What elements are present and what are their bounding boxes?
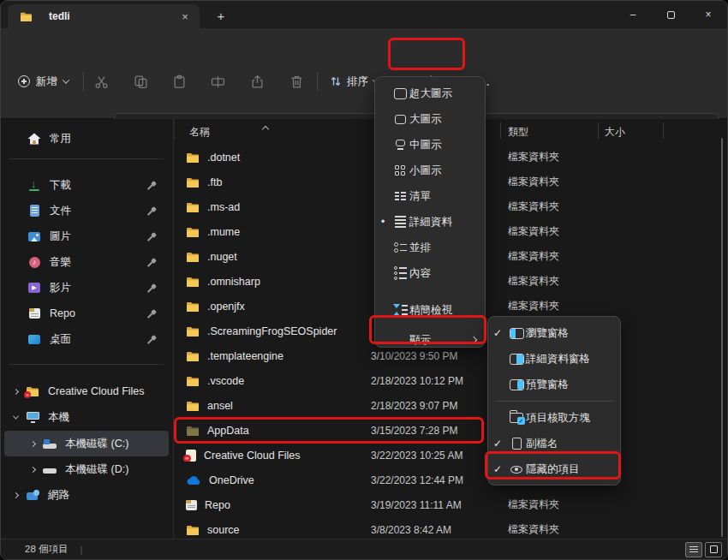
chevron-right-icon[interactable] bbox=[11, 390, 20, 394]
show-submenu: ✓瀏覽窗格詳細資料窗格預覽窗格項目核取方塊✓副檔名✓隱藏的項目 bbox=[487, 316, 621, 486]
close-button[interactable]: × bbox=[689, 1, 727, 28]
file-date: 3/15/2023 7:28 PM bbox=[369, 425, 500, 437]
tiles-icon bbox=[391, 242, 409, 253]
file-date: 3/22/2023 12:44 PM bbox=[369, 474, 500, 486]
checkmark-icon: ✓ bbox=[488, 327, 507, 339]
view-menu-item-5[interactable]: •詳細資料 bbox=[375, 209, 485, 235]
sidebar-tree-item-2[interactable]: 本機磁碟 (C:) bbox=[4, 431, 169, 456]
file-row-.vscode[interactable]: .vscode2/18/2023 10:12 PM檔案資料夾 bbox=[175, 368, 719, 393]
folder-icon bbox=[186, 176, 200, 188]
show-submenu-item-2[interactable]: 預覽窗格 bbox=[488, 372, 620, 397]
menu-separator bbox=[495, 401, 613, 402]
file-name: .omnisharp bbox=[207, 276, 260, 288]
sidebar-item-5[interactable]: Repo bbox=[4, 301, 169, 326]
chevron-down-icon[interactable] bbox=[11, 415, 20, 420]
column-type[interactable]: 類型 bbox=[508, 125, 528, 140]
view-menu-item-6[interactable]: 並排 bbox=[375, 235, 485, 260]
paste-button[interactable] bbox=[164, 66, 194, 97]
pin-icon bbox=[147, 232, 157, 241]
view-menu-item-0[interactable]: 超大圖示 bbox=[375, 80, 485, 106]
sidebar-item-0[interactable]: ↓下載 bbox=[4, 172, 169, 198]
view-menu-item-1[interactable]: 大圖示 bbox=[375, 106, 485, 132]
new-tab-button[interactable]: + bbox=[212, 7, 230, 24]
file-name: source bbox=[207, 524, 240, 536]
sidebar-item-home[interactable]: 常用 bbox=[4, 126, 169, 152]
new-button[interactable]: 新增 bbox=[11, 67, 75, 96]
show-submenu-item-4[interactable]: 項目核取方塊 bbox=[488, 405, 620, 431]
cc-file-icon: ∞ bbox=[186, 450, 196, 462]
maximize-button[interactable] bbox=[652, 1, 689, 28]
show-submenu-item-6[interactable]: ✓隱藏的項目 bbox=[488, 456, 620, 482]
file-type: 檔案資料夾 bbox=[500, 150, 598, 164]
sidebar-tree-item-0[interactable]: ∞Creative Cloud Files bbox=[4, 378, 169, 404]
icons-view-toggle[interactable] bbox=[705, 542, 722, 557]
vertical-scrollbar[interactable] bbox=[721, 138, 723, 537]
sidebar-separator bbox=[9, 158, 164, 159]
sort-arrows-icon bbox=[330, 75, 342, 87]
menu-item-label: 大圖示 bbox=[409, 112, 478, 127]
sidebar-tree-item-4[interactable]: 網路 bbox=[4, 482, 169, 508]
view-menu-item-2[interactable]: 中圖示 bbox=[375, 132, 485, 158]
rename-icon bbox=[211, 74, 225, 89]
file-date: 3/19/2023 11:11 AM bbox=[369, 499, 500, 511]
chevron-right-icon[interactable] bbox=[11, 493, 20, 497]
home-icon bbox=[27, 133, 42, 145]
view-menu-item-3[interactable]: 小圖示 bbox=[375, 158, 485, 183]
chevron-right-icon[interactable] bbox=[28, 468, 37, 472]
delete-button[interactable] bbox=[281, 66, 312, 97]
sidebar-item-label: 下載 bbox=[50, 178, 71, 193]
sidebar-item-label: Creative Cloud Files bbox=[48, 385, 145, 397]
cut-button[interactable] bbox=[86, 66, 116, 97]
file-row-OneDrive[interactable]: OneDrive3/22/2023 12:44 PM檔案資料夾 bbox=[175, 468, 719, 492]
file-type: 檔案資料夾 bbox=[500, 274, 598, 289]
view-menu-item-7[interactable]: 內容 bbox=[375, 260, 485, 286]
view-menu-item-9[interactable]: 顯示 bbox=[375, 327, 485, 353]
large-icons-icon bbox=[391, 115, 409, 124]
details-view-toggle[interactable] bbox=[685, 542, 702, 557]
show-submenu-item-0[interactable]: ✓瀏覽窗格 bbox=[488, 320, 620, 346]
view-menu-item-8[interactable]: 精簡檢視 bbox=[375, 297, 485, 323]
minimize-button[interactable]: – bbox=[614, 1, 652, 28]
copy-button[interactable] bbox=[125, 66, 156, 97]
file-row-ansel[interactable]: ansel2/18/2023 9:07 PM檔案資料夾 bbox=[175, 393, 719, 418]
chevron-right-icon[interactable] bbox=[28, 442, 37, 446]
file-row-Repo[interactable]: Repo3/19/2023 11:11 AM檔案資料夾 bbox=[175, 492, 719, 517]
rename-button[interactable] bbox=[202, 66, 233, 97]
file-name: .ScreamingFrogSEOSpider bbox=[207, 325, 337, 337]
sidebar-item-4[interactable]: ▶影片 bbox=[4, 275, 169, 301]
sidebar-item-2[interactable]: 圖片 bbox=[4, 223, 169, 249]
videos-icon: ▶ bbox=[27, 283, 42, 293]
column-name[interactable]: 名稱 bbox=[189, 125, 210, 140]
delete-icon bbox=[289, 74, 304, 89]
sidebar-item-3[interactable]: ♪音樂 bbox=[4, 249, 169, 275]
sort-ascending-icon bbox=[262, 126, 269, 133]
file-name: .ms-ad bbox=[207, 201, 240, 213]
tab-close-icon[interactable]: × bbox=[177, 9, 193, 24]
show-submenu-item-1[interactable]: 詳細資料窗格 bbox=[488, 346, 620, 372]
menu-item-label: 中圖示 bbox=[409, 138, 478, 152]
view-menu-item-4[interactable]: 清單 bbox=[375, 183, 485, 209]
folder-icon bbox=[186, 301, 200, 313]
sidebar-item-label: 常用 bbox=[50, 132, 71, 146]
column-size[interactable]: 大小 bbox=[605, 125, 625, 140]
sort-button-label: 排序 bbox=[347, 74, 368, 89]
show-submenu-item-5[interactable]: ✓副檔名 bbox=[488, 431, 620, 456]
file-row-Creative Cloud Files[interactable]: ∞Creative Cloud Files3/22/2023 10:25 AM檔… bbox=[175, 443, 719, 468]
sidebar-item-1[interactable]: 文件 bbox=[4, 198, 169, 223]
chevron-down-icon bbox=[63, 76, 69, 83]
folder-icon bbox=[186, 350, 200, 362]
sidebar-tree-item-3[interactable]: 本機磁碟 (D:) bbox=[4, 456, 169, 482]
file-name: OneDrive bbox=[209, 474, 254, 486]
folder-icon bbox=[186, 375, 200, 387]
folder-hidden-icon bbox=[186, 425, 200, 437]
cc-folder-icon: ∞ bbox=[25, 385, 40, 397]
sidebar-item-6[interactable]: 桌面 bbox=[4, 326, 169, 352]
folder-icon bbox=[186, 276, 200, 288]
share-button[interactable] bbox=[242, 66, 272, 97]
menu-item-label: 瀏覽窗格 bbox=[526, 326, 613, 341]
file-row-AppData[interactable]: AppData3/15/2023 7:28 PM檔案資料夾 bbox=[175, 418, 719, 443]
nav-pane-icon bbox=[507, 328, 526, 339]
sidebar-tree-item-1[interactable]: 本機 bbox=[4, 404, 169, 430]
tab-tedli[interactable]: tedli × bbox=[8, 4, 200, 28]
xl-icons-icon bbox=[391, 88, 409, 99]
